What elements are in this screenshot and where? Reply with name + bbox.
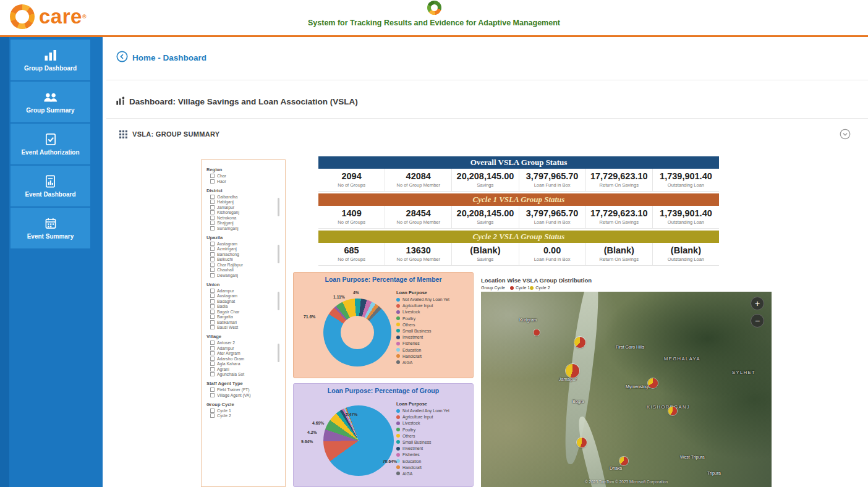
filter-option-austagram[interactable]: Austagram — [210, 242, 280, 246]
checkbox-icon[interactable] — [210, 310, 215, 314]
checkbox-icon[interactable] — [210, 252, 215, 256]
checkbox-icon[interactable] — [210, 409, 215, 413]
checkbox-icon[interactable] — [210, 341, 215, 345]
pie-chart-group[interactable]: Loan Purpose Not Availed Any Loan YetAgr… — [294, 397, 473, 486]
checkbox-icon[interactable] — [210, 351, 215, 355]
checkbox-icon[interactable] — [210, 357, 215, 361]
filter-option-bargatta[interactable]: Bargatta — [210, 315, 280, 319]
filter-option-jamalpur[interactable]: Jamalpur — [210, 205, 280, 210]
checkbox-icon[interactable] — [210, 216, 215, 220]
map-cluster-marker[interactable] — [574, 337, 585, 348]
filter-option-village-agent-va[interactable]: Village Agent (VA) — [210, 393, 280, 397]
checkbox-icon[interactable] — [210, 273, 215, 277]
map-zoom-out-button[interactable]: − — [751, 314, 764, 328]
filter-option-adampur[interactable]: Adampur — [210, 346, 280, 350]
mini-scrollbar[interactable] — [278, 292, 279, 310]
filter-option-ater-airgram[interactable]: Ater Airgram — [210, 351, 280, 355]
filter-option-sunamganj[interactable]: Sunamganj — [210, 226, 280, 231]
back-icon[interactable] — [116, 51, 128, 64]
map-cluster-marker[interactable] — [566, 364, 579, 378]
checkbox-icon[interactable] — [210, 247, 215, 251]
filter-option-batikamari[interactable]: Batikamari — [210, 320, 280, 324]
filter-option-austagram[interactable]: Austagram — [210, 294, 280, 298]
checkbox-icon[interactable] — [210, 289, 215, 293]
filter-option-sirajganj[interactable]: Sirajganj — [210, 221, 280, 225]
filter-option-cycle-1[interactable]: Cycle 1 — [210, 409, 280, 413]
filter-option-field-trainer-ft[interactable]: Field Trainer (FT) — [210, 387, 280, 392]
sidebar-item-group-summary[interactable]: Group Summary — [11, 82, 90, 122]
filter-option-chauhali[interactable]: Chauhali — [210, 268, 280, 272]
map-cluster-marker[interactable] — [534, 329, 540, 336]
checkbox-icon[interactable] — [210, 174, 215, 178]
filter-option-bagair-char[interactable]: Bagair Char — [210, 310, 280, 314]
legend-item-livestock: Livestock — [396, 421, 470, 425]
filter-option-agla-kahara[interactable]: Agla Kahara — [210, 362, 280, 366]
mini-scrollbar[interactable] — [278, 344, 279, 362]
filter-option-baniachong[interactable]: Baniachong — [210, 252, 280, 256]
mini-scrollbar[interactable] — [278, 245, 279, 263]
checkbox-icon[interactable] — [210, 413, 215, 418]
filter-option-habiganj[interactable]: Habiganj — [210, 200, 280, 204]
checkbox-icon[interactable] — [210, 299, 215, 303]
checkbox-icon[interactable] — [210, 263, 215, 267]
checkbox-icon[interactable] — [210, 205, 215, 210]
donut-chart-member[interactable]: Loan Purpose Not Availed Any Loan YetAgr… — [294, 286, 473, 378]
filter-group-title: Group Cycle — [206, 402, 280, 407]
sidebar-item-event-authorization[interactable]: Event Authorization — [11, 124, 90, 164]
checkbox-icon[interactable] — [210, 320, 215, 324]
checkbox-icon[interactable] — [210, 242, 215, 246]
filter-option-cycle-2[interactable]: Cycle 2 — [210, 413, 280, 418]
checkbox-icon[interactable] — [210, 195, 215, 199]
checkbox-icon[interactable] — [210, 210, 215, 214]
checkbox-icon[interactable] — [210, 221, 215, 225]
sidebar-item-event-dashboard[interactable]: Event Dashboard — [11, 166, 90, 206]
map-cluster-marker[interactable] — [668, 407, 677, 415]
filter-option-antoser-2[interactable]: Antoser 2 — [210, 341, 280, 345]
sidebar-item-group-dashboard[interactable]: Group Dashboard — [11, 40, 90, 80]
filter-option-agunchala-sot[interactable]: Agunchala Sot — [210, 372, 280, 376]
filter-option-belkuchi[interactable]: Belkuchi — [210, 257, 280, 261]
filter-option-badaghat[interactable]: Badaghat — [210, 299, 280, 303]
map-cluster-marker[interactable] — [577, 438, 587, 447]
breadcrumb[interactable]: Home - Dashboard — [116, 51, 206, 64]
filter-option-gaibandha[interactable]: Gaibandha — [210, 195, 280, 199]
filter-option-bausi-west[interactable]: Bausi West — [210, 325, 280, 329]
filter-option-char-rajibpur[interactable]: Char Rajibpur — [210, 263, 280, 267]
checkbox-icon[interactable] — [210, 387, 215, 392]
filter-option-kishoreganj[interactable]: Kishoreganj — [210, 210, 280, 214]
map-zoom-in-button[interactable]: + — [751, 297, 764, 310]
filter-option-adarsho-gram[interactable]: Adarsho Gram — [210, 357, 280, 361]
vsla-distribution-map[interactable]: + − © 2023 TomTom © 2023 Microsoft Corpo… — [481, 292, 772, 487]
checkbox-icon[interactable] — [210, 257, 215, 261]
filter-option-adampur[interactable]: Adampur — [210, 289, 280, 293]
checkbox-icon[interactable] — [210, 325, 215, 329]
sidebar-item-event-summary[interactable]: Event Summary — [11, 208, 90, 248]
filter-option-dewanganj[interactable]: Dewanganj — [210, 273, 280, 277]
filter-option-azmiriganj[interactable]: Azmiriganj — [210, 247, 280, 251]
checkbox-icon[interactable] — [210, 346, 215, 350]
filter-option-badla[interactable]: Badla — [210, 304, 280, 308]
collapse-section-button[interactable] — [840, 129, 851, 142]
checkbox-icon[interactable] — [210, 372, 215, 376]
filter-option-agrani[interactable]: Agrani — [210, 367, 280, 371]
filter-option-netrokona[interactable]: Netrokona — [210, 216, 280, 220]
pie-plot[interactable] — [323, 405, 394, 476]
map-cluster-marker[interactable] — [619, 457, 628, 465]
checkbox-icon[interactable] — [210, 200, 215, 204]
mini-scrollbar[interactable] — [278, 198, 279, 216]
checkbox-icon[interactable] — [210, 268, 215, 272]
legend-label: Small Business — [402, 329, 431, 333]
filter-option-char[interactable]: Char — [210, 174, 280, 178]
breadcrumb-label[interactable]: Home - Dashboard — [132, 53, 206, 62]
checkbox-icon[interactable] — [210, 294, 215, 298]
map-cluster-marker[interactable] — [648, 378, 658, 388]
checkbox-icon[interactable] — [210, 367, 215, 371]
checkbox-icon[interactable] — [210, 393, 215, 397]
checkbox-icon[interactable] — [210, 179, 215, 184]
filter-option-haor[interactable]: Haor — [210, 179, 280, 184]
checkbox-icon[interactable] — [210, 304, 215, 308]
legend-dot — [396, 421, 400, 425]
checkbox-icon[interactable] — [210, 226, 215, 231]
checkbox-icon[interactable] — [210, 315, 215, 319]
checkbox-icon[interactable] — [210, 362, 215, 366]
